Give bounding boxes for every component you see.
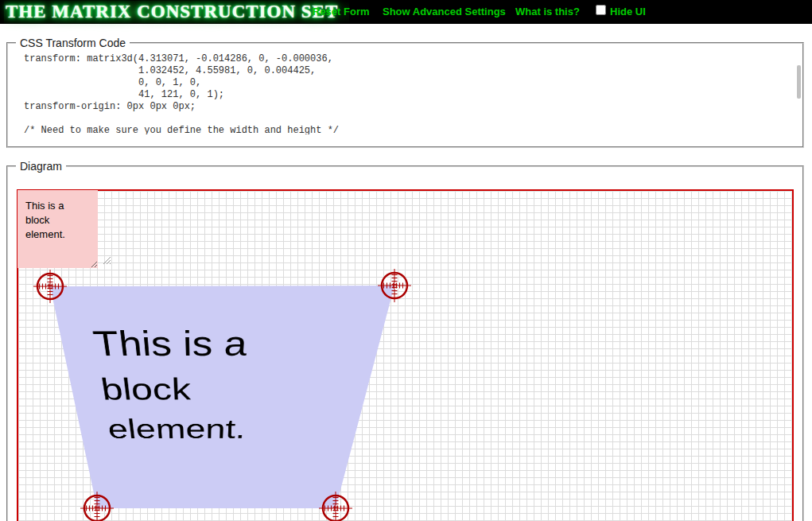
source-element[interactable]: This is a block element. — [17, 190, 98, 268]
reset-form-link[interactable]: Reset Form — [313, 0, 370, 24]
css-code-output[interactable]: transform: matrix3d(4.313071, -0.014286,… — [24, 53, 779, 134]
hide-ui-checkbox[interactable] — [596, 5, 606, 15]
transformed-element: This is a block element. — [50, 286, 394, 508]
control-point-bottom-right[interactable] — [318, 491, 353, 521]
hide-ui-control[interactable]: Hide UI — [596, 0, 646, 24]
app-title: THE MATRIX CONSTRUCTION SET — [4, 1, 349, 23]
css-transform-code-panel: CSS Transform Code transform: matrix3d(4… — [6, 37, 804, 148]
show-advanced-settings-link[interactable]: Show Advanced Settings — [383, 0, 506, 24]
diagram-legend: Diagram — [16, 160, 66, 173]
control-point-top-left[interactable] — [33, 269, 68, 304]
css-transform-code-legend: CSS Transform Code — [16, 37, 130, 49]
header: THE MATRIX CONSTRUCTION SET Reset Form S… — [0, 0, 812, 24]
diagram-stage: This is a block element. This is a block… — [17, 189, 794, 521]
diagram-panel: Diagram This is a block element. This is… — [6, 160, 804, 521]
control-point-bottom-left[interactable] — [80, 491, 115, 521]
hide-ui-label: Hide UI — [610, 0, 646, 24]
code-scrollbar-thumb[interactable] — [797, 65, 801, 99]
control-point-top-right[interactable] — [377, 268, 412, 303]
what-is-this-link[interactable]: What is this? — [515, 0, 580, 24]
resize-grip-icon[interactable] — [103, 256, 111, 265]
